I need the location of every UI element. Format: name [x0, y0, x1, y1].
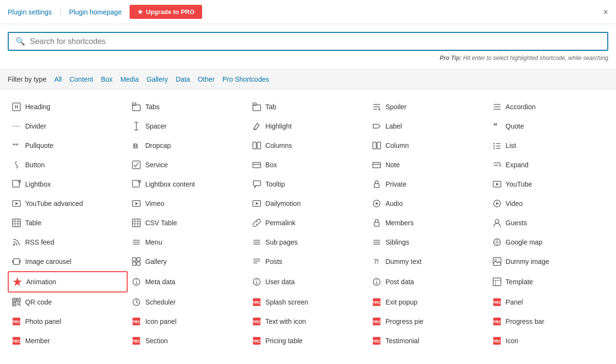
youtube-adv-icon [12, 199, 21, 208]
shortcode-label: Google map [506, 238, 543, 246]
shortcode-item-divider[interactable]: Divider [8, 116, 128, 136]
audio-icon [372, 199, 381, 208]
svg-text:PRO: PRO [253, 320, 261, 324]
svg-point-101 [376, 279, 377, 280]
shortcode-item-menu[interactable]: Menu [128, 233, 248, 252]
svg-rect-58 [132, 219, 140, 227]
shortcode-item-dropcap[interactable]: BDropcap [128, 136, 248, 155]
shortcode-item-text-with-icon[interactable]: PROText with icon [248, 312, 368, 331]
filter-content[interactable]: Content [70, 75, 93, 83]
svg-rect-24 [377, 142, 381, 149]
permalink-icon [252, 218, 262, 228]
shortcode-label: Tabs [145, 103, 160, 111]
shortcode-item-video[interactable]: Video [488, 194, 608, 213]
shortcode-item-highlight[interactable]: Highlight [248, 116, 368, 136]
shortcode-item-box[interactable]: Box [248, 155, 368, 175]
shortcode-item-vimeo[interactable]: Vimeo [128, 194, 248, 213]
svg-marker-46 [135, 202, 138, 205]
shortcode-item-exit-popup[interactable]: PROExit popup [368, 292, 488, 312]
shortcode-item-permalink[interactable]: Permalink [248, 213, 368, 233]
shortcode-item-image-carousel[interactable]: Image carousel [8, 252, 128, 271]
shortcode-item-posts[interactable]: Posts [248, 252, 368, 271]
shortcode-item-spoiler[interactable]: Spoiler [368, 97, 488, 116]
shortcode-item-tooltip[interactable]: Tooltip [248, 175, 368, 194]
shortcode-item-progress-pie[interactable]: PROProgress pie [368, 312, 488, 331]
filter-pro[interactable]: Pro Shortcodes [222, 75, 269, 83]
shortcode-item-animation[interactable]: Animation [8, 271, 128, 292]
filter-other[interactable]: Other [198, 75, 215, 83]
shortcode-item-pullquote[interactable]: ❞❞Pullquote [8, 136, 128, 155]
section-icon: PRO [132, 336, 141, 346]
shortcode-item-dailymotion[interactable]: Dailymotion [248, 194, 368, 213]
shortcode-item-audio[interactable]: Audio [368, 194, 488, 213]
plugin-settings-link[interactable]: Plugin settings [8, 8, 52, 16]
shortcode-item-note[interactable]: Note [368, 155, 488, 175]
shortcode-item-splash-screen[interactable]: PROSplash screen [248, 292, 368, 312]
shortcode-item-table[interactable]: Table [8, 213, 128, 233]
shortcode-item-square-h[interactable]: HHeading [8, 97, 128, 116]
shortcode-item-service[interactable]: Service [128, 155, 248, 175]
svg-text:PRO: PRO [132, 339, 140, 344]
shortcode-item-meta-data[interactable]: Meta data [128, 271, 248, 292]
shortcode-item-member[interactable]: PROMember [8, 331, 128, 350]
shortcode-item-rss[interactable]: RSS feed [8, 233, 128, 252]
shortcode-label: Testimonial [385, 337, 419, 345]
filter-data[interactable]: Data [176, 75, 190, 83]
shortcode-item-dummy-image[interactable]: Dummy image [488, 252, 608, 271]
filter-all[interactable]: All [54, 75, 62, 83]
shortcode-item-youtube-adv[interactable]: YouTube advanced [8, 194, 128, 213]
shortcode-item-template[interactable]: Template [488, 271, 608, 292]
shortcode-label: Tab [265, 103, 277, 111]
upgrade-button[interactable]: ★ Upgrade to PRO [130, 5, 202, 19]
shortcode-item-tab[interactable]: Tab [248, 97, 368, 116]
shortcode-item-lightbox[interactable]: Lightbox [8, 175, 128, 194]
shortcode-item-gallery[interactable]: Gallery [128, 252, 248, 271]
filter-media[interactable]: Media [120, 75, 139, 83]
shortcode-item-button[interactable]: Button [8, 155, 128, 175]
shortcode-item-subpages[interactable]: Sub pages [248, 233, 368, 252]
shortcode-item-scheduler[interactable]: Scheduler [128, 292, 248, 312]
search-input[interactable] [30, 37, 601, 46]
shortcode-item-label[interactable]: Label [368, 116, 488, 136]
shortcode-item-googlemap[interactable]: Google map [488, 233, 608, 252]
shortcode-item-qr-code[interactable]: QR code [8, 292, 128, 312]
shortcode-item-youtube[interactable]: YouTube [488, 175, 608, 194]
shortcode-item-pricing-table[interactable]: PROPricing table [248, 331, 368, 350]
shortcode-label: Gallery [145, 258, 166, 265]
shortcode-item-private[interactable]: Private [368, 175, 488, 194]
shortcode-item-columns[interactable]: Columns [248, 136, 368, 155]
shortcode-label: Menu [145, 238, 162, 246]
shortcode-item-expand[interactable]: Expand [488, 155, 608, 175]
svg-rect-21 [253, 142, 256, 149]
filter-gallery[interactable]: Gallery [147, 75, 168, 83]
shortcode-item-list[interactable]: List [488, 136, 608, 155]
plugin-homepage-link[interactable]: Plugin homepage [69, 8, 122, 16]
shortcode-item-accordion[interactable]: Accordion [488, 97, 608, 116]
shortcode-item-icon-panel[interactable]: PROIcon panel [128, 312, 248, 331]
shortcode-item-post-data[interactable]: Post data [368, 271, 488, 292]
close-button[interactable]: × [603, 7, 608, 17]
shortcode-item-testimonial[interactable]: PROTestimonial [368, 331, 488, 350]
shortcode-item-csv-table[interactable]: CSV Table [128, 213, 248, 233]
shortcode-item-user-data[interactable]: User data [248, 271, 368, 292]
shortcode-item-siblings[interactable]: Siblings [368, 233, 488, 252]
lightbox-icon [12, 179, 21, 189]
search-area: 🔍 Pro Tip: Hit enter to select highlight… [0, 24, 616, 70]
shortcode-item-panel[interactable]: PROPanel [488, 292, 608, 312]
shortcode-item-section[interactable]: PROSection [128, 331, 248, 350]
shortcode-item-spacer[interactable]: Spacer [128, 116, 248, 136]
shortcode-label: Private [385, 180, 407, 188]
shortcode-item-dummy-text[interactable]: TTDummy text [368, 252, 488, 271]
shortcode-item-icon[interactable]: PROIcon [488, 331, 608, 350]
filter-box[interactable]: Box [101, 75, 113, 83]
shortcode-item-members[interactable]: Members [368, 213, 488, 233]
shortcode-item-guests[interactable]: Guests [488, 213, 608, 233]
shortcode-item-quote[interactable]: ❝Quote [488, 116, 608, 136]
shortcode-item-column[interactable]: Column [368, 136, 488, 155]
shortcode-item-lightbox-content[interactable]: Lightbox content [128, 175, 248, 194]
shortcode-item-tabs[interactable]: Tabs [128, 97, 248, 116]
shortcode-item-photo-panel[interactable]: PROPhoto panel [8, 312, 128, 331]
svg-rect-84 [137, 262, 140, 265]
progress-pie-icon: PRO [372, 317, 381, 326]
shortcode-item-progress-bar[interactable]: PROProgress bar [488, 312, 608, 331]
